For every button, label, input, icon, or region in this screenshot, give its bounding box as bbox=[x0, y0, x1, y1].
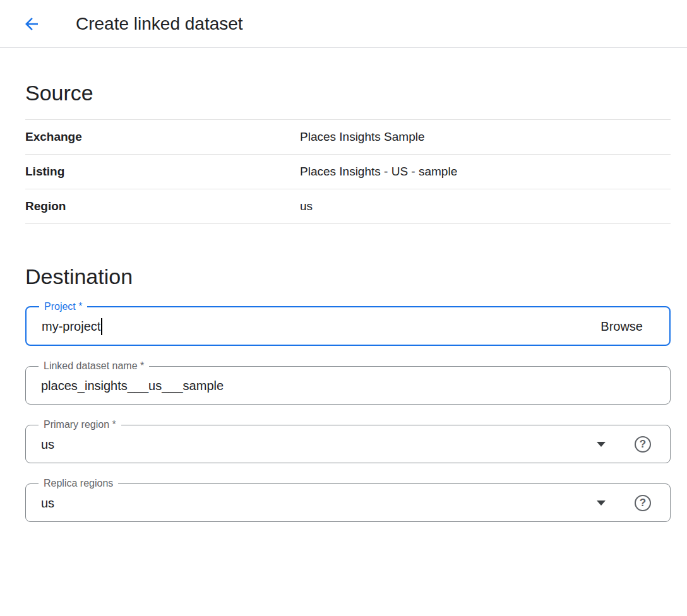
primary-region-field[interactable]: Primary region * us ? bbox=[25, 420, 671, 463]
text-cursor bbox=[101, 318, 102, 335]
info-row-listing: Listing Places Insights - US - sample bbox=[25, 155, 671, 189]
region-value: us bbox=[300, 199, 313, 213]
exchange-value: Places Insights Sample bbox=[300, 130, 425, 144]
primary-region-value[interactable]: us bbox=[41, 437, 54, 452]
replica-regions-field[interactable]: Replica regions us ? bbox=[25, 478, 671, 522]
source-info-table: Exchange Places Insights Sample Listing … bbox=[25, 119, 671, 224]
region-label: Region bbox=[25, 199, 300, 213]
listing-label: Listing bbox=[25, 165, 300, 179]
dropdown-arrow-icon[interactable] bbox=[597, 442, 606, 447]
dataset-name-input[interactable]: places_insights___us___sample bbox=[41, 379, 224, 393]
dataset-name-field[interactable]: Linked dataset name * places_insights___… bbox=[25, 361, 671, 405]
replica-regions-value[interactable]: us bbox=[41, 496, 54, 511]
arrow-back-icon bbox=[22, 15, 41, 33]
source-heading: Source bbox=[25, 81, 671, 105]
primary-region-help-icon[interactable]: ? bbox=[635, 436, 651, 453]
dropdown-arrow-icon[interactable] bbox=[597, 500, 606, 506]
exchange-label: Exchange bbox=[25, 130, 300, 144]
replica-regions-help-icon[interactable]: ? bbox=[635, 495, 651, 511]
project-field[interactable]: Project * my-project Browse bbox=[25, 302, 671, 346]
main-content: Source Exchange Places Insights Sample L… bbox=[0, 81, 687, 522]
project-input[interactable]: my-project bbox=[42, 319, 100, 334]
back-button[interactable] bbox=[18, 10, 45, 38]
destination-heading: Destination bbox=[25, 264, 671, 289]
info-row-exchange: Exchange Places Insights Sample bbox=[25, 119, 671, 155]
page-title: Create linked dataset bbox=[76, 14, 243, 34]
listing-value: Places Insights - US - sample bbox=[300, 165, 457, 179]
replica-regions-field-label: Replica regions bbox=[39, 478, 118, 489]
header: Create linked dataset bbox=[0, 0, 687, 48]
primary-region-field-label: Primary region * bbox=[39, 420, 121, 430]
project-field-label: Project * bbox=[39, 302, 87, 312]
dataset-name-field-label: Linked dataset name * bbox=[39, 361, 149, 371]
info-row-region: Region us bbox=[25, 189, 671, 224]
browse-button[interactable]: Browse bbox=[600, 319, 654, 334]
